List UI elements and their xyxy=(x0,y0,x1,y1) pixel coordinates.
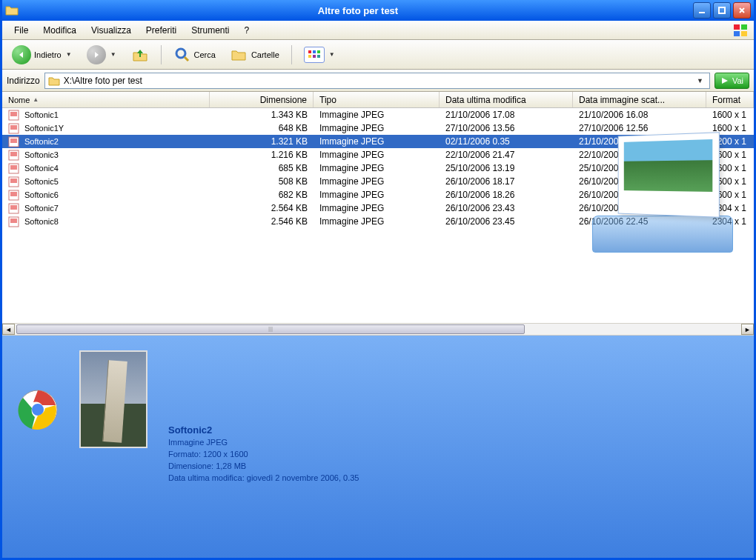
chevron-down-icon: ▼ xyxy=(329,51,335,58)
titlebar: Altre foto per test xyxy=(2,0,754,21)
close-button[interactable] xyxy=(733,2,751,19)
file-format: 2304 x 1 xyxy=(706,213,754,230)
folder-icon xyxy=(5,4,19,17)
image-file-icon xyxy=(8,176,19,187)
table-row[interactable]: Softonic82.546 KBImmagine JPEG26/10/2006… xyxy=(2,215,754,228)
folders-label: Cartelle xyxy=(251,50,279,59)
image-file-icon xyxy=(8,150,19,161)
back-button[interactable]: Indietro ▼ xyxy=(7,41,77,68)
search-button[interactable]: Cerca xyxy=(168,42,221,67)
scroll-track[interactable]: ||| xyxy=(15,324,741,335)
svg-rect-9 xyxy=(317,50,320,53)
address-input[interactable] xyxy=(64,76,690,86)
svg-rect-18 xyxy=(10,139,17,143)
menu-view[interactable]: Visualizza xyxy=(84,22,139,39)
col-shot[interactable]: Data immagine scat... xyxy=(573,92,706,107)
details-text: Softonic2 Immagine JPEG Formato: 1200 x … xyxy=(168,424,359,543)
file-name: Softonic8 xyxy=(24,217,59,226)
thumbnail xyxy=(79,350,147,448)
image-file-icon xyxy=(8,203,19,214)
file-size: 2.546 KB xyxy=(210,213,314,230)
svg-rect-4 xyxy=(734,31,740,36)
scroll-thumb[interactable]: ||| xyxy=(16,324,525,334)
svg-rect-3 xyxy=(741,24,747,30)
details-type: Immagine JPEG xyxy=(168,438,359,447)
image-file-icon xyxy=(8,190,19,201)
scrollbar-horizontal[interactable]: ◄ ||| ► xyxy=(2,323,754,336)
address-dropdown[interactable]: ▼ xyxy=(694,77,706,84)
svg-rect-11 xyxy=(313,55,316,58)
svg-rect-7 xyxy=(308,50,311,53)
svg-rect-14 xyxy=(10,112,17,116)
window-title: Altre foto per test xyxy=(23,5,693,16)
details-pane: Softonic2 Immagine JPEG Formato: 1200 x … xyxy=(2,336,754,558)
svg-rect-28 xyxy=(10,205,17,210)
forward-button[interactable]: ▼ xyxy=(82,41,122,68)
file-name: Softonic1 xyxy=(24,110,59,119)
toolbar: Indietro ▼ ▼ Cerca Cartelle ▼ xyxy=(2,40,754,70)
back-label: Indietro xyxy=(34,50,62,59)
file-type: Immagine JPEG xyxy=(314,213,440,230)
svg-rect-22 xyxy=(10,165,17,170)
windows-flag-icon xyxy=(733,24,749,37)
menu-tools[interactable]: Strumenti xyxy=(184,22,236,39)
scroll-left-button[interactable]: ◄ xyxy=(2,324,15,335)
minimize-button[interactable] xyxy=(693,2,711,19)
chevron-down-icon: ▼ xyxy=(66,51,72,58)
addressbar: Indirizzo ▼ Vai xyxy=(2,70,754,92)
views-icon xyxy=(304,47,325,63)
image-file-icon xyxy=(8,123,19,134)
svg-rect-26 xyxy=(10,192,17,196)
file-modified: 26/10/2006 23.45 xyxy=(440,213,573,230)
search-label: Cerca xyxy=(194,50,216,59)
back-icon xyxy=(12,45,31,64)
svg-rect-8 xyxy=(313,50,316,53)
views-button[interactable]: ▼ xyxy=(299,43,340,67)
menu-file[interactable]: File xyxy=(7,22,36,39)
col-modified[interactable]: Data ultima modifica xyxy=(440,92,573,107)
forward-icon xyxy=(87,45,106,64)
svg-rect-12 xyxy=(317,55,320,58)
col-size[interactable]: Dimensione xyxy=(210,92,314,107)
maximize-button[interactable] xyxy=(713,2,731,19)
svg-rect-16 xyxy=(10,125,17,130)
scroll-right-button[interactable]: ► xyxy=(741,324,754,335)
file-name: Softonic1Y xyxy=(24,124,64,133)
up-folder-icon xyxy=(131,46,149,64)
file-shot: 26/10/2006 22.45 xyxy=(573,213,706,230)
details-name: Softonic2 xyxy=(168,424,359,436)
svg-rect-10 xyxy=(308,55,311,58)
details-format: Formato: 1200 x 1600 xyxy=(168,450,359,459)
col-format[interactable]: Format xyxy=(706,92,754,107)
file-name: Softonic5 xyxy=(24,177,59,186)
details-size: Dimensione: 1,28 MB xyxy=(168,461,359,470)
file-name: Softonic7 xyxy=(24,204,59,213)
chevron-down-icon: ▼ xyxy=(110,51,116,58)
menubar: File Modifica Visualizza Preferiti Strum… xyxy=(2,21,754,40)
go-button[interactable]: Vai xyxy=(714,73,749,89)
menu-favorites[interactable]: Preferiti xyxy=(139,22,184,39)
file-name: Softonic2 xyxy=(24,137,59,146)
file-list: Softonic11.343 KBImmagine JPEG21/10/2006… xyxy=(2,108,754,323)
svg-rect-30 xyxy=(10,219,17,223)
menu-edit[interactable]: Modifica xyxy=(36,22,84,39)
col-type[interactable]: Tipo xyxy=(314,92,440,107)
image-file-icon xyxy=(8,216,19,227)
search-icon xyxy=(173,46,191,64)
chrome-icon xyxy=(17,389,59,430)
svg-rect-20 xyxy=(10,152,17,156)
col-name[interactable]: Nome▲ xyxy=(2,92,210,107)
svg-rect-1 xyxy=(719,7,725,13)
image-file-icon xyxy=(8,110,19,121)
up-button[interactable] xyxy=(126,42,154,67)
details-modified: Data ultima modifica: giovedì 2 novembre… xyxy=(168,473,359,482)
folders-button[interactable]: Cartelle xyxy=(225,42,285,67)
svg-point-6 xyxy=(176,49,185,58)
image-file-icon xyxy=(8,136,19,147)
menu-help[interactable]: ? xyxy=(237,22,257,39)
svg-rect-0 xyxy=(699,12,705,13)
address-label: Indirizzo xyxy=(7,76,40,86)
file-name: Softonic3 xyxy=(24,150,59,159)
svg-rect-5 xyxy=(741,31,747,36)
address-field[interactable]: ▼ xyxy=(44,73,710,89)
